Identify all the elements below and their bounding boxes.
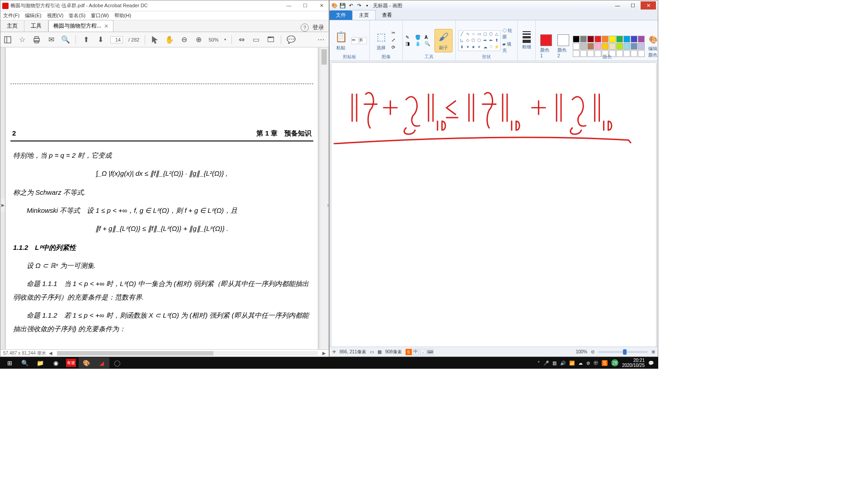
picker-icon[interactable]: 💧 [415, 41, 423, 46]
minimize-button[interactable]: — [610, 1, 625, 9]
hscroll-right-icon[interactable]: ▶ [322, 351, 326, 356]
menu-window[interactable]: 窗口(W) [91, 12, 109, 19]
tab-home[interactable]: 主页 [0, 20, 24, 32]
shape-gallery[interactable]: ╱∿○▭▢⬠△ ◺◇⬠⬡➡⬅⬆ ⬇✦★✶☁♡⚡ [458, 30, 500, 51]
zoom-out-icon[interactable]: ⊖ [179, 35, 189, 44]
select-button[interactable]: ⬚ 选择 [373, 29, 390, 52]
shape-poly-icon[interactable]: ⬠ [488, 31, 494, 37]
shape-rtri-icon[interactable]: ◺ [459, 38, 465, 43]
tray-mic-icon[interactable]: 🎤 [543, 361, 549, 366]
shape-fill-button[interactable]: ▰ 填充 [502, 41, 514, 54]
tab-close-icon[interactable]: ✕ [104, 23, 108, 29]
pencil-icon[interactable]: ✎ [406, 35, 414, 40]
palette-swatch[interactable] [631, 36, 637, 42]
acrobat-taskbar-button[interactable]: ◢ [94, 357, 109, 368]
minimize-button[interactable]: — [283, 3, 294, 9]
hand-tool-icon[interactable]: ✋ [165, 35, 174, 44]
paint-app-icon[interactable]: 🎨 [331, 2, 338, 9]
menu-view[interactable]: 视图(V) [47, 12, 64, 19]
print-icon[interactable] [32, 35, 41, 44]
palette-swatch[interactable] [638, 36, 645, 42]
palette-swatch[interactable] [631, 43, 637, 50]
shape-outline-button[interactable]: ◇ 轮廓 [502, 28, 514, 40]
hscroll-thumb[interactable] [57, 351, 213, 356]
comment-icon[interactable]: 💬 [287, 35, 296, 44]
palette-swatch[interactable] [602, 43, 609, 50]
tab-view[interactable]: 查看 [376, 10, 398, 20]
palette-swatch[interactable] [580, 36, 587, 42]
tray-sync-icon[interactable]: ☁ [578, 361, 583, 366]
shape-oval-icon[interactable]: ○ [471, 31, 476, 37]
size-button[interactable]: 粗细 [520, 30, 533, 51]
mail-icon[interactable]: ✉ [47, 35, 56, 44]
zoom-in-button[interactable]: ⊕ [651, 349, 655, 354]
menu-file[interactable]: 文件(F) [3, 12, 19, 19]
select-tool-icon[interactable] [151, 35, 160, 44]
tray-chevron-icon[interactable]: ˄ [538, 361, 540, 366]
shape-bolt-icon[interactable]: ⚡ [494, 44, 500, 50]
shape-callout-icon[interactable]: ☁ [482, 44, 488, 50]
fit-page-icon[interactable]: ▭ [252, 35, 261, 44]
palette-swatch[interactable] [573, 43, 580, 50]
zoom-in-icon[interactable]: ⊕ [194, 35, 203, 44]
copy-icon[interactable]: ⎘ [359, 37, 367, 44]
scroll-thumb[interactable] [321, 49, 327, 65]
shape-tri-icon[interactable]: △ [494, 31, 500, 37]
fill-icon[interactable]: 🪣 [415, 35, 423, 40]
palette-swatch[interactable] [602, 36, 609, 42]
cut-icon[interactable]: ✂ [351, 37, 359, 44]
obs-button[interactable]: ◯ [109, 357, 125, 368]
vertical-scrollbar[interactable] [321, 47, 328, 349]
tray-network-icon[interactable]: 📶 [569, 361, 575, 366]
redo-icon[interactable]: ↷ [356, 2, 362, 9]
close-button[interactable]: ✕ [641, 1, 656, 9]
shape-larrow-icon[interactable]: ⬅ [488, 38, 494, 43]
shape-diamond-icon[interactable]: ◇ [465, 38, 471, 43]
shape-rect-icon[interactable]: ▭ [476, 31, 482, 37]
menu-sign[interactable]: 签名(S) [69, 12, 85, 19]
horizontal-scrollbar[interactable] [57, 351, 318, 356]
undo-icon[interactable]: ↶ [348, 2, 354, 9]
tray-lang-icon[interactable]: ㊥ [594, 360, 598, 366]
zoom-thumb[interactable] [623, 349, 627, 355]
zoom-dropdown-icon[interactable]: ▾ [224, 38, 226, 42]
tray-volume-icon[interactable]: 🔊 [560, 361, 566, 366]
chrome-button[interactable]: ◉ [48, 357, 63, 368]
tab-document[interactable]: 椭圆与抛物型方程... ✕ [48, 20, 113, 32]
paste-button[interactable]: 📋 粘贴 [332, 29, 349, 52]
page-number-input[interactable]: 14 [110, 36, 123, 43]
star-icon[interactable]: ☆ [18, 35, 27, 44]
close-button[interactable]: ✕ [316, 3, 327, 9]
palette-swatch[interactable] [638, 43, 645, 50]
fit-width-icon[interactable]: ⇔ [237, 35, 246, 44]
shape-line-icon[interactable]: ╱ [459, 31, 465, 37]
zoom-slider[interactable] [598, 351, 648, 353]
sidebar-icon[interactable] [3, 35, 12, 44]
tray-badge[interactable]: 28 [611, 359, 618, 366]
shape-darrow-icon[interactable]: ⬇ [459, 44, 465, 50]
palette-swatch[interactable] [616, 36, 623, 42]
palette-swatch[interactable] [623, 36, 630, 42]
page-up-icon[interactable]: ⬆ [81, 35, 90, 44]
read-mode-icon[interactable]: 🗔 [266, 35, 275, 44]
shape-hex-icon[interactable]: ⬡ [476, 38, 482, 43]
pdf-page[interactable]: 2 第 1 章 预备知识 特别地，当 p = q = 2 时，它变成 ∫_Ω |… [6, 47, 318, 349]
rotate-icon[interactable]: ⟳ [392, 45, 400, 51]
palette-swatch[interactable] [623, 43, 630, 50]
paint-canvas[interactable] [331, 63, 656, 347]
crop-icon[interactable]: ✂ [392, 30, 400, 37]
zoom-level[interactable]: 50% [208, 37, 218, 42]
magnify-icon[interactable]: 🔍 [425, 41, 433, 46]
shape-pent-icon[interactable]: ⬠ [471, 38, 476, 43]
zoom-out-button[interactable]: ⊖ [591, 349, 594, 354]
hscroll-left-icon[interactable]: ◀ [49, 351, 52, 356]
qa-dropdown-icon[interactable]: ▾ [364, 2, 370, 9]
search-icon[interactable]: 🔍 [61, 35, 70, 44]
menu-help[interactable]: 帮助(H) [114, 12, 131, 19]
shape-star4-icon[interactable]: ✦ [465, 44, 471, 50]
palette-swatch[interactable] [587, 36, 594, 42]
palette-swatch[interactable] [609, 36, 616, 42]
shape-star6-icon[interactable]: ✶ [476, 44, 482, 50]
page-down-icon[interactable]: ⬇ [96, 35, 105, 44]
explorer-button[interactable]: 📁 [33, 357, 48, 368]
